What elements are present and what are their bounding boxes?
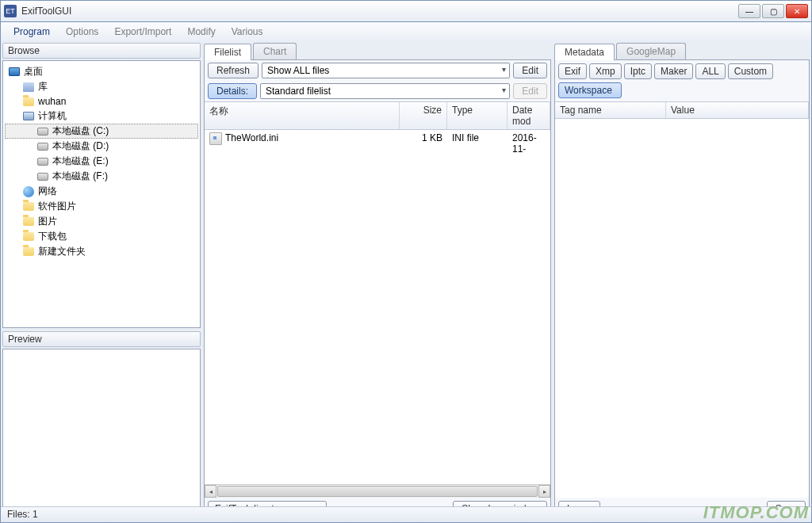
preview-panel-label: Preview xyxy=(2,331,201,347)
metadata-list[interactable] xyxy=(555,119,809,498)
tree-drive-e[interactable]: 本地磁盘 (E:) xyxy=(5,154,198,169)
drive-icon xyxy=(36,125,49,138)
drive-icon xyxy=(36,140,49,153)
tree-label: 下载包 xyxy=(38,230,67,243)
folder-icon xyxy=(22,216,35,228)
tree-desktop[interactable]: 桌面 xyxy=(5,64,198,79)
app-icon: ET xyxy=(4,5,17,17)
filelist-panel: Refresh Show ALL files Edit Details: Sta… xyxy=(204,59,551,521)
tree-label: 图片 xyxy=(38,215,57,228)
window-buttons: — ▢ ✕ xyxy=(738,4,808,18)
tree-library[interactable]: 库 xyxy=(5,79,198,94)
ini-file-icon xyxy=(209,132,222,145)
workspace-button[interactable]: Workspace xyxy=(558,82,622,98)
tree-downloads[interactable]: 下载包 xyxy=(5,229,198,244)
tree-drive-f[interactable]: 本地磁盘 (F:) xyxy=(5,169,198,184)
tree-drive-d[interactable]: 本地磁盘 (D:) xyxy=(5,139,198,154)
menu-export-import[interactable]: Export/Import xyxy=(106,25,179,39)
main-content: Browse 桌面 库 wuhan 计算机 本地磁盘 (C:) 本地磁盘 (D:… xyxy=(0,41,812,523)
workspace-row: Workspace xyxy=(555,82,809,101)
maker-button[interactable]: Maker xyxy=(654,63,693,79)
library-icon xyxy=(22,81,35,94)
maximize-button[interactable]: ▢ xyxy=(762,4,784,18)
col-size-header[interactable]: Size xyxy=(400,102,447,129)
metadata-header: Tag name Value xyxy=(555,101,809,119)
tab-chart[interactable]: Chart xyxy=(253,43,297,59)
file-name: TheWorld.ini xyxy=(225,132,278,143)
status-bar: Files: 1 xyxy=(1,506,811,522)
file-date-cell: 2016-11- xyxy=(508,132,550,155)
tree-label: wuhan xyxy=(38,96,66,107)
show-filter-select[interactable]: Show ALL files xyxy=(262,63,510,78)
window-title: ExifToolGUI xyxy=(21,6,738,17)
edit-mode-button: Edit xyxy=(513,83,547,99)
computer-icon xyxy=(22,110,35,123)
folder-icon xyxy=(22,231,35,243)
titlebar: ET ExifToolGUI — ▢ ✕ xyxy=(0,0,812,22)
all-button[interactable]: ALL xyxy=(695,63,725,79)
tab-googlemap[interactable]: GoogleMap xyxy=(616,43,686,59)
desktop-icon xyxy=(8,66,21,78)
metadata-panel: Exif Xmp Iptc Maker ALL Custom Workspace… xyxy=(554,59,810,521)
right-tabs: Metadata GoogleMap xyxy=(554,43,810,59)
preview-panel xyxy=(2,349,201,521)
toolbar-row-1: Refresh Show ALL files Edit xyxy=(205,60,550,81)
tree-label: 软件图片 xyxy=(38,200,76,213)
tab-metadata[interactable]: Metadata xyxy=(554,44,615,60)
folder-icon xyxy=(22,95,35,108)
xmp-button[interactable]: Xmp xyxy=(589,63,622,79)
col-date-header[interactable]: Date mod xyxy=(508,102,550,129)
filelist-mode-select[interactable]: Standard filelist xyxy=(260,83,510,99)
custom-button[interactable]: Custom xyxy=(728,63,773,79)
left-column: Browse 桌面 库 wuhan 计算机 本地磁盘 (C:) 本地磁盘 (D:… xyxy=(1,41,202,522)
scroll-left-arrow[interactable]: ◂ xyxy=(205,485,216,498)
col-type-header[interactable]: Type xyxy=(447,102,508,129)
exif-button[interactable]: Exif xyxy=(558,63,587,79)
filelist-body[interactable]: TheWorld.ini 1 KB INI file 2016-11- xyxy=(205,130,550,484)
tree-label: 本地磁盘 (C:) xyxy=(52,124,109,138)
right-column: Metadata GoogleMap Exif Xmp Iptc Maker A… xyxy=(553,41,811,522)
tree-network[interactable]: 网络 xyxy=(5,184,198,199)
tree-drive-c[interactable]: 本地磁盘 (C:) xyxy=(5,124,198,139)
folder-icon xyxy=(22,246,35,258)
scroll-thumb[interactable] xyxy=(217,486,538,497)
menubar: Program Options Export/Import Modify Var… xyxy=(0,22,812,41)
tree-label: 本地磁盘 (E:) xyxy=(52,155,109,168)
tree-pictures[interactable]: 图片 xyxy=(5,214,198,229)
col-name-header[interactable]: 名称 xyxy=(205,102,400,129)
scroll-right-arrow[interactable]: ▸ xyxy=(538,485,550,498)
tree-wuhan[interactable]: wuhan xyxy=(5,94,198,109)
refresh-button[interactable]: Refresh xyxy=(208,63,259,78)
iptc-button[interactable]: Iptc xyxy=(624,63,652,79)
tab-filelist[interactable]: Filelist xyxy=(204,44,251,60)
middle-column: Filelist Chart Refresh Show ALL files Ed… xyxy=(202,41,553,522)
tree-new-folder[interactable]: 新建文件夹 xyxy=(5,244,198,259)
tree-computer[interactable]: 计算机 xyxy=(5,109,198,124)
col-tagname-header[interactable]: Tag name xyxy=(555,102,666,118)
menu-options[interactable]: Options xyxy=(58,25,106,39)
browse-tree-panel: 桌面 库 wuhan 计算机 本地磁盘 (C:) 本地磁盘 (D:) 本地磁盘 … xyxy=(2,60,201,328)
edit-filter-button[interactable]: Edit xyxy=(513,63,547,78)
browse-panel-label: Browse xyxy=(2,43,201,59)
tree-label: 网络 xyxy=(38,185,57,198)
details-button[interactable]: Details: xyxy=(208,83,257,99)
tree-label: 本地磁盘 (D:) xyxy=(52,139,109,153)
menu-various[interactable]: Various xyxy=(224,25,271,39)
tree-label: 计算机 xyxy=(38,109,67,123)
metadata-buttons-row: Exif Xmp Iptc Maker ALL Custom xyxy=(555,60,809,82)
filelist-header: 名称 Size Type Date mod xyxy=(205,101,550,130)
file-row[interactable]: TheWorld.ini 1 KB INI file 2016-11- xyxy=(205,130,550,157)
file-type-cell: INI file xyxy=(447,132,508,155)
file-size-cell: 1 KB xyxy=(400,132,447,155)
close-button[interactable]: ✕ xyxy=(786,4,808,18)
folder-tree[interactable]: 桌面 库 wuhan 计算机 本地磁盘 (C:) 本地磁盘 (D:) 本地磁盘 … xyxy=(3,61,200,262)
folder-icon xyxy=(22,200,35,213)
tree-software-pics[interactable]: 软件图片 xyxy=(5,199,198,214)
col-value-header[interactable]: Value xyxy=(666,102,809,118)
horizontal-scrollbar[interactable]: ◂ ▸ xyxy=(205,484,550,498)
menu-modify[interactable]: Modify xyxy=(179,25,223,39)
menu-program[interactable]: Program xyxy=(6,25,58,39)
tree-label: 桌面 xyxy=(24,65,43,78)
minimize-button[interactable]: — xyxy=(738,4,760,18)
toolbar-row-2: Details: Standard filelist Edit xyxy=(205,81,550,101)
